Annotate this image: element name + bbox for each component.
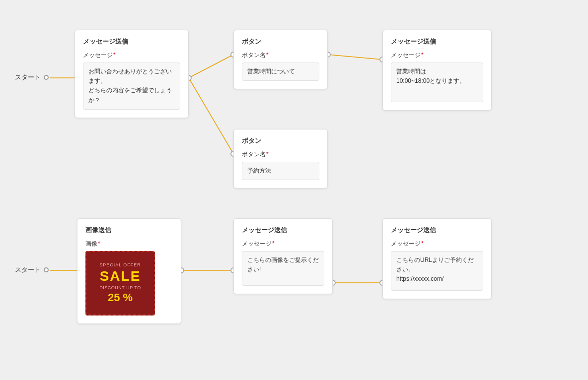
message-node-1-label: メッセージ* (83, 51, 180, 60)
sale-discount-text: DISCOUNT UP TO (99, 285, 141, 290)
message-node-2-label: メッセージ* (391, 51, 483, 60)
sale-image: SPECIAL OFFER SALE DISCOUNT UP TO 25 % (85, 251, 155, 316)
sale-offer-text: SPECIAL OFFER (99, 262, 141, 267)
button-node-2-label: ボタン名* (242, 150, 319, 159)
image-node-title: 画像送信 (85, 226, 173, 235)
start-connector-2 (44, 267, 49, 272)
sale-title-text: SALE (100, 269, 141, 283)
message-node-4[interactable]: メッセージ送信 メッセージ* こちらのURLよりご予約ください。https://… (382, 218, 492, 299)
message-node-2-value[interactable]: 営業時間は10:00~18:00となります。 (391, 63, 483, 102)
sale-percent-text: 25 % (108, 291, 133, 304)
message-node-2-title: メッセージ送信 (391, 37, 483, 46)
button-node-1-value[interactable]: 営業時間について (242, 63, 319, 81)
button-node-2[interactable]: ボタン ボタン名* 予約方法 (233, 129, 328, 189)
message-node-2[interactable]: メッセージ送信 メッセージ* 営業時間は10:00~18:00となります。 (382, 30, 492, 111)
start-label-1: スタート (15, 73, 49, 82)
image-node[interactable]: 画像送信 画像* SPECIAL OFFER SALE DISCOUNT UP … (77, 218, 181, 324)
message-node-4-label: メッセージ* (391, 240, 483, 248)
message-node-1[interactable]: メッセージ送信 メッセージ* お問い合わせありがとうございます。どちらの内容をご… (74, 30, 189, 118)
button-node-2-value[interactable]: 予約方法 (242, 162, 319, 180)
svg-line-2 (189, 78, 233, 154)
canvas: スタート スタート メッセージ送信 メッセージ* お問い合わせありがとうございま… (0, 0, 588, 380)
image-node-label: 画像* (85, 240, 173, 248)
message-node-4-value[interactable]: こちらのURLよりご予約ください。https://xxxxx.com/ (391, 251, 483, 291)
message-node-3-label: メッセージ* (242, 240, 324, 248)
message-node-3-title: メッセージ送信 (242, 226, 324, 235)
button-node-1[interactable]: ボタン ボタン名* 営業時間について (233, 30, 328, 89)
start-label-2: スタート (15, 265, 49, 274)
message-node-1-value[interactable]: お問い合わせありがとうございます。どちらの内容をご希望でしょうか？ (83, 63, 180, 110)
message-node-3-value[interactable]: こちらの画像をご提示ください! (242, 251, 324, 286)
message-node-3[interactable]: メッセージ送信 メッセージ* こちらの画像をご提示ください! (233, 218, 333, 294)
button-node-1-title: ボタン (242, 37, 319, 46)
button-node-2-title: ボタン (242, 136, 319, 145)
start-text-1: スタート (15, 73, 41, 82)
svg-line-3 (328, 55, 382, 60)
start-connector-1 (44, 75, 49, 80)
button-node-1-label: ボタン名* (242, 51, 319, 60)
svg-line-1 (189, 55, 233, 78)
message-node-1-title: メッセージ送信 (83, 37, 180, 46)
start-text-2: スタート (15, 265, 41, 274)
message-node-4-title: メッセージ送信 (391, 226, 483, 235)
